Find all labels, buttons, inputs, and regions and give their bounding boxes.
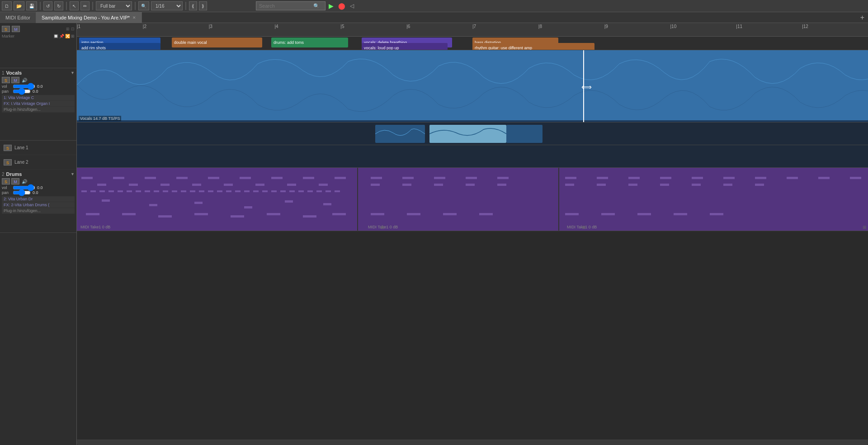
drums-plugin2[interactable]: Plug-in hinzufügen... xyxy=(2,208,75,214)
svg-rect-53 xyxy=(86,213,99,215)
svg-rect-38 xyxy=(262,190,268,192)
global-s-btn[interactable]: S xyxy=(2,26,10,32)
svg-rect-93 xyxy=(565,213,579,215)
search-input[interactable] xyxy=(259,3,313,9)
save-btn[interactable]: 💾 xyxy=(26,1,37,10)
svg-rect-95 xyxy=(637,213,651,215)
new-btn[interactable]: 🗋 xyxy=(2,1,12,10)
vocals-pan-slider[interactable] xyxy=(13,90,31,93)
h-scrollbar[interactable] xyxy=(77,440,868,445)
lane2-s-btn[interactable]: S xyxy=(4,159,12,166)
new-tab-btn[interactable]: + xyxy=(857,14,868,22)
vocals-plugin: FX: I.Vita Vintage Organ I xyxy=(2,101,75,107)
svg-rect-1 xyxy=(81,177,93,179)
svg-rect-9 xyxy=(335,177,346,179)
drums-separator1 xyxy=(357,168,358,231)
vocals-monitor[interactable]: 🔊 xyxy=(22,78,27,83)
rewind-btn[interactable]: ⟪ xyxy=(189,1,197,10)
marker-rim[interactable]: add rim shots xyxy=(79,43,160,50)
lane1-clip3[interactable] xyxy=(506,125,542,143)
track-header-vocals: 1 Vocals ▼ S M 🔊 vol 0.0 pan 0.0 1: Vita… xyxy=(0,68,76,141)
vocals-m-btn[interactable]: M xyxy=(11,77,19,83)
svg-rect-36 xyxy=(244,190,250,192)
main-content: S M ⊞ ⊡ Marker 🔲 📌 🔀 ⊞ 1 Vocals ▼ xyxy=(0,23,868,445)
marker-drums-toms[interactable]: drums: add toms xyxy=(271,38,348,47)
marker-rhythm-guitar[interactable]: rhythm guitar: use different amp xyxy=(472,43,594,50)
svg-rect-67 xyxy=(402,184,411,186)
svg-rect-3 xyxy=(145,177,156,179)
open-btn[interactable]: 📂 xyxy=(14,1,24,10)
drums-instrument: 2: Vita Urban Dr xyxy=(2,196,75,202)
svg-rect-29 xyxy=(181,190,186,192)
marker-vocals-pop[interactable]: vocals: loud pop up xyxy=(362,43,448,50)
svg-rect-56 xyxy=(194,213,208,215)
tab-main[interactable]: Samplitude Mixing Demo - You Are.VIP* ✕ xyxy=(36,12,142,23)
marker-double-vocal[interactable]: double main vocal xyxy=(172,38,262,47)
vocals-pan-val: 0.0 xyxy=(33,89,38,94)
drums-pan-val: 0.0 xyxy=(33,190,38,195)
drums-expand3-icon[interactable]: ⊞ xyxy=(381,225,384,230)
marker-icon-4[interactable]: ⊞ xyxy=(71,34,75,38)
zoom-select[interactable]: 1/16 xyxy=(151,1,183,10)
drums-pan-slider[interactable] xyxy=(13,191,31,194)
svg-rect-10 xyxy=(97,184,106,186)
ruler-inner: |1|2|3|4|5|6|7|8|9|10|11|12|13 xyxy=(77,23,868,36)
loop-btn[interactable]: ◁ xyxy=(349,3,355,9)
vocals-collapse[interactable]: ▼ xyxy=(71,71,75,75)
record-btn[interactable]: ⬤ xyxy=(337,2,347,9)
svg-rect-81 xyxy=(755,177,766,179)
bar-mode-select[interactable]: Full bar xyxy=(96,1,132,10)
redo-btn[interactable]: ↻ xyxy=(54,1,63,10)
global-controls: ⊞ ⊡ xyxy=(66,27,75,31)
lane1-clip1[interactable] xyxy=(375,125,425,143)
track-header-top: S M ⊞ ⊡ Marker 🔲 📌 🔀 ⊞ xyxy=(0,23,76,68)
drums-monitor[interactable]: 🔊 xyxy=(22,179,27,184)
lane1-waveform2 xyxy=(429,125,506,143)
svg-rect-41 xyxy=(289,190,295,192)
drums-collapse[interactable]: ▼ xyxy=(71,172,75,176)
draw-btn[interactable]: ✏ xyxy=(80,1,90,10)
h-scrollbar-thumb[interactable] xyxy=(77,440,868,445)
tab-close-btn[interactable]: ✕ xyxy=(132,15,136,20)
vocals-vol-val: 0.0 xyxy=(37,84,43,89)
svg-rect-49 xyxy=(194,202,203,204)
tab-midi-editor[interactable]: MIDI Editor xyxy=(0,12,36,23)
marker-icon-2[interactable]: 📌 xyxy=(59,34,64,38)
svg-rect-6 xyxy=(240,177,251,179)
marker-bar: intro section add rim shots double main … xyxy=(77,37,868,50)
svg-rect-82 xyxy=(787,177,798,179)
marker-icons: 🔲 📌 🔀 ⊞ xyxy=(53,34,75,38)
svg-rect-50 xyxy=(244,206,252,208)
cursor-btn[interactable]: ↖ xyxy=(70,1,79,10)
lane1-s-btn[interactable]: S xyxy=(4,145,12,151)
play-btn[interactable]: ▶ xyxy=(327,2,335,9)
vocals-num: 1 xyxy=(2,71,5,76)
drums-m-btn[interactable]: M xyxy=(11,178,19,185)
drums-expand-icon[interactable]: ⊞ xyxy=(863,225,866,230)
svg-rect-31 xyxy=(199,190,204,192)
svg-rect-86 xyxy=(565,184,574,186)
svg-rect-68 xyxy=(434,184,443,186)
grid-icon[interactable]: 🔍 xyxy=(138,1,149,10)
global-m-btn[interactable]: M xyxy=(12,26,20,32)
svg-rect-45 xyxy=(326,190,331,192)
drums-s-btn[interactable]: S xyxy=(2,178,10,185)
svg-rect-7 xyxy=(271,177,283,179)
undo-btn[interactable]: ↺ xyxy=(43,1,52,10)
svg-rect-96 xyxy=(674,213,687,215)
vocals-pan-label: pan xyxy=(2,89,11,94)
svg-rect-73 xyxy=(443,213,457,215)
marker-icon-3[interactable]: 🔀 xyxy=(65,34,70,38)
playhead-cursor[interactable]: ⟺ xyxy=(581,83,592,91)
lane1-clip2[interactable] xyxy=(429,125,506,143)
svg-rect-28 xyxy=(172,190,177,192)
marker-rim-label: add rim shots xyxy=(81,46,106,50)
vocals-plugin2[interactable]: Plug-in hinzufügen... xyxy=(2,107,75,113)
vocals-instrument: 1: Vita Vintage C xyxy=(2,95,75,101)
vocals-s-btn[interactable]: S xyxy=(2,77,10,83)
marker-icon-1[interactable]: 🔲 xyxy=(53,34,58,38)
drums-num: 2 xyxy=(2,172,5,177)
stop-btn[interactable]: ⟫ xyxy=(199,1,207,10)
vocals-waveform-main[interactable] xyxy=(77,50,868,120)
drums-expand2-icon[interactable]: ⊞ xyxy=(582,225,585,230)
